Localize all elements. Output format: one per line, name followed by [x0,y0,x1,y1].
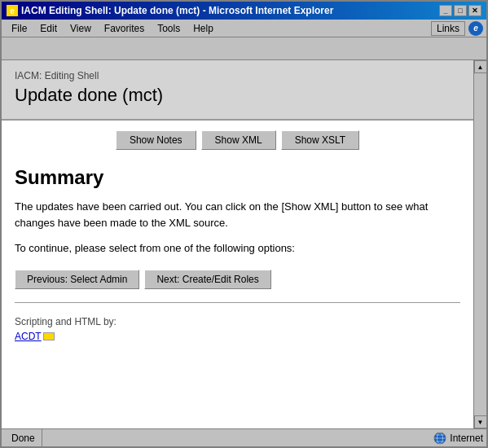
show-xml-button[interactable]: Show XML [201,130,276,150]
acdt-link[interactable]: ACDT [15,331,42,342]
address-toolbar [2,37,486,60]
vertical-scrollbar[interactable]: ▲ ▼ [473,60,486,428]
title-bar-buttons: _ □ ✕ [439,5,481,16]
menu-favorites[interactable]: Favorites [98,21,151,36]
links-area: Links e [431,21,483,36]
next-button[interactable]: Next: Create/Edit Roles [144,270,270,289]
status-text: Done [5,429,42,446]
ie-logo-icon: e [468,21,483,36]
show-notes-button[interactable]: Show Notes [116,130,196,150]
minimize-button[interactable]: _ [439,5,452,16]
menu-bar: File Edit View Favorites Tools Help Link… [2,20,486,37]
summary-heading: Summary [15,166,460,189]
email-icon [43,332,55,340]
zone-text: Internet [450,433,483,444]
menu-tools[interactable]: Tools [151,21,187,36]
links-button[interactable]: Links [431,21,465,36]
menu-help[interactable]: Help [187,21,220,36]
scroll-up-button[interactable]: ▲ [474,60,487,73]
scroll-down-button[interactable]: ▼ [474,415,487,428]
previous-button[interactable]: Previous: Select Admin [15,270,139,289]
window-title: IACM Editing Shell: Update done (mct) - … [21,5,333,16]
header-title: Update done (mct) [15,85,460,106]
footer-credit-text: Scripting and HTML by: [15,316,460,327]
zone-indicator: Internet [433,432,483,445]
scroll-track[interactable] [474,73,486,415]
main-window: e IACM Editing Shell: Update done (mct) … [0,0,488,448]
menu-view[interactable]: View [64,21,98,36]
status-bar: Done Internet [2,428,486,446]
globe-icon [433,432,446,445]
footer-link-row: ACDT [15,331,460,342]
close-button[interactable]: ✕ [468,5,481,16]
title-bar: e IACM Editing Shell: Update done (mct) … [2,2,486,20]
maximize-button[interactable]: □ [454,5,467,16]
show-xslt-button[interactable]: Show XSLT [281,130,359,150]
menu-edit[interactable]: Edit [33,21,64,36]
divider [15,302,460,303]
main-content-area: IACM: Editing Shell Update done (mct) Sh… [2,60,473,428]
toolbar-buttons-row: Show Notes Show XML Show XSLT [2,121,473,160]
header-label: IACM: Editing Shell [15,70,460,81]
header-section: IACM: Editing Shell Update done (mct) [2,60,473,121]
menu-file[interactable]: File [5,21,33,36]
summary-paragraph-1: The updates have been carried out. You c… [15,199,460,231]
content-wrapper: IACM: Editing Shell Update done (mct) Sh… [2,60,486,428]
summary-paragraph-2: To continue, please select from one of t… [15,240,460,257]
body-content: Summary The updates have been carried ou… [2,160,473,355]
nav-buttons-row: Previous: Select Admin Next: Create/Edit… [15,270,460,289]
window-icon: e [7,5,18,16]
